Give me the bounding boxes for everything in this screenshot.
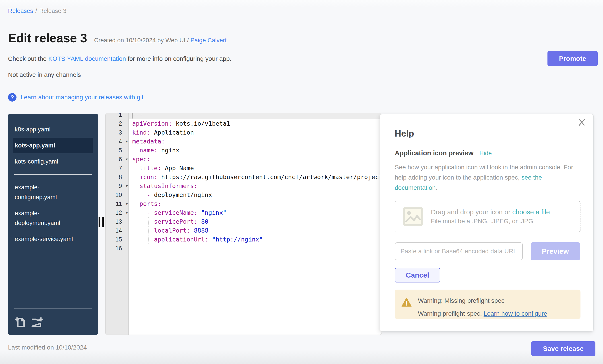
fold-arrow-icon[interactable]: ▾ [126,199,128,208]
warning-triangle-icon [401,298,412,307]
release-created-meta: Created on 10/10/2024 by Web UI / Paige … [94,37,227,44]
close-help-button[interactable] [577,118,586,127]
code-line-2[interactable]: 2apiVersion: kots.io/v1beta1 [105,119,382,128]
code-line-16[interactable]: 16 [105,244,382,253]
code-line-8[interactable]: 8 icon: https://raw.githubusercontent.co… [105,173,382,182]
dropzone-file-rule: File must be a .PNG, .JPEG, or .JPG [431,218,550,225]
indent-guide [148,226,149,235]
breadcrumb-releases-link[interactable]: Releases [8,8,33,14]
icon-preview-description: See how your application icon will look … [395,162,573,193]
code-text: icon: https://raw.githubusercontent.com/… [129,173,382,182]
code-line-13[interactable]: 13 servicePort: 80 [105,217,382,226]
code-text: applicationUrl: "http://nginx" [129,235,382,244]
file-item-kots-app.yaml[interactable]: kots-app.yaml [13,138,93,153]
icon-dropzone[interactable]: Drag and drop your icon or choose a file… [395,201,580,232]
promote-button[interactable]: Promote [547,51,598,66]
cancel-button[interactable]: Cancel [395,268,440,282]
docs-hint-line: Check out the KOTS YAML documentation fo… [8,55,232,62]
preview-button[interactable]: Preview [531,242,580,260]
code-line-9[interactable]: 9▾ statusInformers: [105,182,382,190]
line-number: 10 [105,190,129,199]
line-number: 13 [105,217,129,226]
code-line-11[interactable]: 11▾ ports: [105,199,382,208]
code-text: servicePort: 80 [129,217,382,226]
code-line-15[interactable]: 15 applicationUrl: "http://nginx" [105,235,382,244]
line-number: 3 [105,128,129,137]
fold-arrow-icon[interactable]: ▾ [126,155,128,164]
file-item-label: example-configmap.yaml [15,182,82,202]
line-number: 5 [105,146,129,155]
new-folder-icon [31,316,43,328]
code-text [129,244,382,253]
code-text: localPort: 8888 [129,226,382,235]
code-line-7[interactable]: 7 title: App Name [105,164,382,173]
code-line-1[interactable]: 1--- [105,113,382,119]
save-release-button[interactable]: Save release [531,341,595,356]
pane-resize-handle-left[interactable] [99,217,104,227]
file-item-k8s-app.yaml[interactable]: k8s-app.yaml [13,122,93,137]
fold-arrow-icon[interactable]: ▾ [126,208,128,217]
line-number: 9▾ [105,182,129,190]
indent-guide [148,235,149,244]
code-line-4[interactable]: 4▾metadata: [105,137,382,146]
code-line-3[interactable]: 3kind: Application [105,128,382,137]
sidebar-bottom-divider [14,309,92,309]
code-line-14[interactable]: 14 localPort: 8888 [105,226,382,235]
file-item-label: kots-config.yaml [15,157,82,166]
kots-yaml-docs-link[interactable]: KOTS YAML documentation [48,55,126,62]
git-releases-help-link[interactable]: Learn about managing your releases with … [21,94,143,101]
code-text: title: App Name [129,164,382,173]
icon-preview-section-header: Application icon preview Hide [395,149,580,157]
line-number: 14 [105,226,129,235]
fold-arrow-icon[interactable]: ▾ [126,182,128,190]
page-title: Edit release 3 [8,31,87,45]
new-file-button[interactable] [15,316,25,328]
code-line-10[interactable]: 10 - deployment/nginx [105,190,382,199]
author-link[interactable]: Paige Calvert [190,37,227,44]
preflight-warning-box: Warning: Missing preflight spec Warning … [395,290,580,319]
icon-url-row: Preview [395,242,580,260]
code-lines: 1---2apiVersion: kots.io/v1beta13kind: A… [105,113,382,253]
icon-preview-title: Application icon preview [395,149,474,157]
help-panel: Help Application icon preview Hide See h… [380,114,594,331]
line-number: 12▾ [105,208,129,217]
file-item-example-deployment.yaml[interactable]: example-deployment.yaml [13,205,93,231]
file-item-label: kots-app.yaml [15,141,82,150]
fold-arrow-icon[interactable]: ▾ [126,137,128,146]
last-modified-text: Last modified on 10/10/2024 [8,344,87,351]
docs-hint-suffix: for more info on configuring your app. [126,55,232,62]
line-number: 2 [105,119,129,128]
code-line-12[interactable]: 12▾ - serviceName: "nginx" [105,208,382,217]
choose-file-link[interactable]: choose a file [512,208,550,216]
icon-url-input[interactable] [395,242,523,260]
line-number: 4▾ [105,137,129,146]
title-row: Edit release 3 Created on 10/10/2024 by … [8,31,227,45]
learn-how-to-configure-link[interactable]: Learn how to configure [484,310,547,317]
file-tree-sidebar: k8s-app.yamlkots-app.yamlkots-config.yam… [8,114,98,335]
file-item-example-service.yaml[interactable]: example-service.yaml [13,231,93,247]
hide-link[interactable]: Hide [479,150,492,157]
code-line-5[interactable]: 5 name: nginx [105,146,382,155]
created-meta-text: Created on 10/10/2024 by Web UI / [94,37,189,44]
file-item-example-configmap.yaml[interactable]: example-configmap.yaml [13,179,93,205]
code-text: metadata: [129,137,382,146]
close-icon [577,118,586,127]
yaml-code-editor[interactable]: 1---2apiVersion: kots.io/v1beta13kind: A… [105,113,382,335]
line-number: 11▾ [105,199,129,208]
sidebar-actions [15,316,43,328]
code-text: spec: [129,155,382,164]
line-number: 16 [105,244,129,253]
description-text: See how your application icon will look … [395,164,573,181]
new-folder-button[interactable] [31,316,43,328]
file-item-label: example-deployment.yaml [15,208,82,228]
code-text: --- [129,113,382,119]
warning-detail: Warning preflight-spec. Learn how to con… [418,310,580,317]
code-text: name: nginx [129,146,382,155]
file-item-label: k8s-app.yaml [15,124,82,134]
file-item-kots-config.yaml[interactable]: kots-config.yaml [13,154,93,169]
code-line-6[interactable]: 6▾spec: [105,155,382,164]
code-text: ports: [129,199,382,208]
help-panel-title: Help [395,129,580,139]
question-circle-icon: ? [8,93,16,102]
line-number: 6▾ [105,155,129,164]
